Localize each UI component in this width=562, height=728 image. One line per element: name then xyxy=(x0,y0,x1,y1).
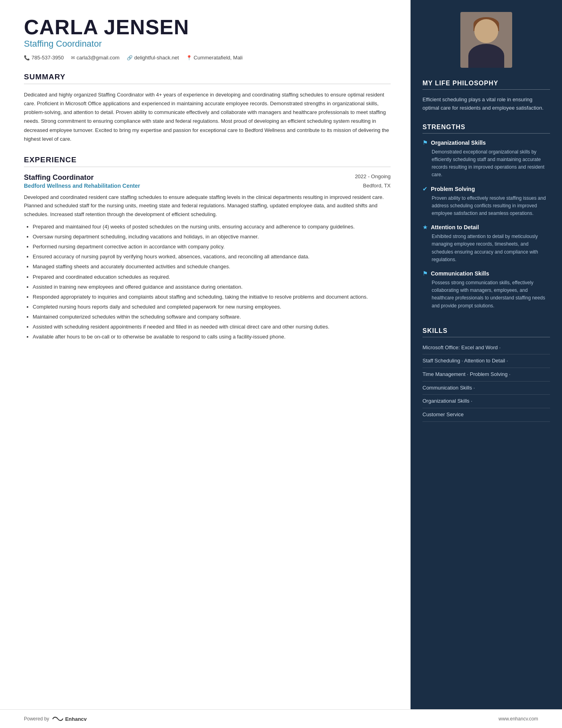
job-role: Staffing Coordinator xyxy=(24,173,94,182)
strengths-section: STRENGTHS ⚑ Organizational Skills Demons… xyxy=(422,124,550,316)
bullet-item: Completed nursing hours reports daily an… xyxy=(33,303,391,311)
philosophy-text: Efficient scheduling plays a vital role … xyxy=(422,95,550,112)
strength-header-1: ✔ Problem Solving xyxy=(422,185,550,193)
bullet-item: Maintained computerized schedules within… xyxy=(33,313,391,321)
email-icon: ✉ xyxy=(71,55,75,61)
candidate-photo xyxy=(460,12,512,68)
bullet-item: Managed staffing sheets and accurately d… xyxy=(33,262,391,271)
bullet-item: Assisted with scheduling resident appoin… xyxy=(33,323,391,331)
job-dates: 2022 - Ongoing xyxy=(355,173,391,179)
job-bullets: Prepared and maintained four (4) weeks o… xyxy=(24,222,391,341)
phone-icon: 📞 xyxy=(24,55,30,61)
photo-body xyxy=(468,44,504,68)
skill-row-2: Time Management · Problem Solving · xyxy=(422,370,550,382)
job-description: Developed and coordinated resident care … xyxy=(24,193,391,218)
email-address: carla3@gmail.com xyxy=(77,55,120,61)
phone-item: 📞 785-537-3950 xyxy=(24,55,64,61)
star-icon-2: ★ xyxy=(422,224,428,231)
job-company: Bedford Wellness and Rehabilitation Cent… xyxy=(24,183,140,189)
phone-number: 785-537-3950 xyxy=(31,55,64,61)
bullet-item: Prepared and maintained four (4) weeks o… xyxy=(33,222,391,231)
philosophy-title: MY LIFE PHILOSOPHY xyxy=(422,80,550,90)
philosophy-section: MY LIFE PHILOSOPHY Efficient scheduling … xyxy=(422,80,550,112)
location-text: Cummeratafield, Mali xyxy=(194,55,243,61)
email-item: ✉ carla3@gmail.com xyxy=(71,55,120,61)
footer-powered: Powered by Enhancv xyxy=(24,715,87,722)
bullet-item: Available after hours to be on-call or t… xyxy=(33,333,391,341)
experience-section: EXPERIENCE Staffing Coordinator 2022 - O… xyxy=(24,155,391,341)
footer: Powered by Enhancv www.enhancv.com xyxy=(0,709,562,728)
website-item: 🔗 delightful-shack.net xyxy=(127,55,179,61)
skill-row-5: Customer Service xyxy=(422,410,550,422)
enhancv-logo-icon xyxy=(52,715,63,722)
strength-name-0: Organizational Skills xyxy=(431,140,486,146)
strength-desc-2: Exhibited strong attention to detail by … xyxy=(422,233,550,264)
skill-row-4: Organizational Skills · xyxy=(422,396,550,408)
skills-list: Microsoft Office: Excel and Word · Staff… xyxy=(422,343,550,422)
experience-title: EXPERIENCE xyxy=(24,155,391,167)
job-sub: Bedford Wellness and Rehabilitation Cent… xyxy=(24,183,391,189)
location-item: 📍 Cummeratafield, Mali xyxy=(186,55,243,61)
skills-title: SKILLS xyxy=(422,327,550,337)
skill-row-3: Communication Skills · xyxy=(422,383,550,395)
strength-name-3: Communication Skills xyxy=(431,270,489,277)
skill-row-1: Staff Scheduling · Attention to Detail · xyxy=(422,356,550,368)
summary-text: Dedicated and highly organized Staffing … xyxy=(24,91,391,144)
strength-desc-1: Proven ability to effectively resolve st… xyxy=(422,195,550,218)
summary-title: SUMMARY xyxy=(24,73,391,84)
photo-wrapper xyxy=(422,12,550,68)
check-icon-1: ✔ xyxy=(422,185,428,193)
left-column: CARLA JENSEN Staffing Coordinator 📞 785-… xyxy=(0,0,411,709)
resume-header: CARLA JENSEN Staffing Coordinator 📞 785-… xyxy=(24,16,391,61)
enhancv-brand: Enhancv xyxy=(65,716,86,722)
footer-url: www.enhancv.com xyxy=(499,716,538,722)
candidate-title: Staffing Coordinator xyxy=(24,39,391,49)
bullet-item: Responded appropriately to inquiries and… xyxy=(33,293,391,301)
contact-row: 📞 785-537-3950 ✉ carla3@gmail.com 🔗 deli… xyxy=(24,55,391,61)
resume-body: CARLA JENSEN Staffing Coordinator 📞 785-… xyxy=(0,0,562,709)
bullet-item: Assisted in training new employees and o… xyxy=(33,283,391,291)
location-icon: 📍 xyxy=(186,55,192,61)
job-header: Staffing Coordinator 2022 - Ongoing xyxy=(24,173,391,182)
flag-icon-0: ⚑ xyxy=(422,139,428,146)
website-url: delightful-shack.net xyxy=(134,55,179,61)
bullet-item: Performed nursing department corrective … xyxy=(33,242,391,251)
flag-icon-3: ⚑ xyxy=(422,270,428,277)
strength-desc-3: Possess strong communication skills, eff… xyxy=(422,279,550,310)
skills-section: SKILLS Microsoft Office: Excel and Word … xyxy=(422,327,550,423)
link-icon: 🔗 xyxy=(127,55,133,61)
summary-section: SUMMARY Dedicated and highly organized S… xyxy=(24,73,391,144)
strength-name-2: Attention to Detail xyxy=(431,224,479,230)
bullet-item: Oversaw nursing department scheduling, i… xyxy=(33,232,391,241)
powered-by-label: Powered by xyxy=(24,716,49,722)
enhancv-logo: Enhancv xyxy=(52,715,86,722)
strength-header-0: ⚑ Organizational Skills xyxy=(422,139,550,146)
skill-row-0: Microsoft Office: Excel and Word · xyxy=(422,343,550,355)
strength-item-2: ★ Attention to Detail Exhibited strong a… xyxy=(422,224,550,264)
strength-desc-0: Demonstrated exceptional organizational … xyxy=(422,148,550,179)
strength-name-1: Problem Solving xyxy=(431,186,475,192)
job-entry: Staffing Coordinator 2022 - Ongoing Bedf… xyxy=(24,173,391,341)
photo-face xyxy=(474,19,498,43)
strength-item-3: ⚑ Communication Skills Possess strong co… xyxy=(422,270,550,310)
job-location: Bedford, TX xyxy=(363,183,391,189)
strength-header-2: ★ Attention to Detail xyxy=(422,224,550,231)
strength-header-3: ⚑ Communication Skills xyxy=(422,270,550,277)
strengths-title: STRENGTHS xyxy=(422,124,550,134)
resume-wrapper: CARLA JENSEN Staffing Coordinator 📞 785-… xyxy=(0,0,562,728)
bullet-item: Prepared and coordinated education sched… xyxy=(33,273,391,281)
right-column: MY LIFE PHILOSOPHY Efficient scheduling … xyxy=(411,0,562,709)
bullet-item: Ensured accuracy of nursing payroll by v… xyxy=(33,252,391,261)
strength-item-0: ⚑ Organizational Skills Demonstrated exc… xyxy=(422,139,550,179)
candidate-name: CARLA JENSEN xyxy=(24,16,391,39)
strength-item-1: ✔ Problem Solving Proven ability to effe… xyxy=(422,185,550,218)
